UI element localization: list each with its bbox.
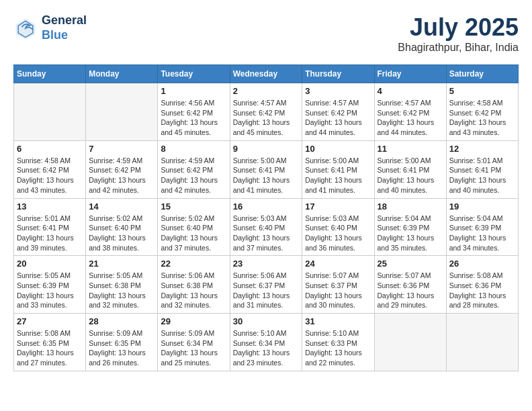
day-number: 31 (305, 316, 371, 326)
calendar-cell: 1Sunrise: 4:56 AM Sunset: 6:42 PM Daylig… (158, 83, 230, 141)
cell-info: Sunrise: 5:04 AM Sunset: 6:39 PM Dayligh… (449, 214, 515, 253)
calendar: SundayMondayTuesdayWednesdayThursdayFrid… (13, 64, 519, 371)
logo-icon (13, 16, 38, 40)
day-number: 17 (305, 201, 371, 212)
logo-line1: General (42, 13, 87, 28)
cell-info: Sunrise: 5:09 AM Sunset: 6:35 PM Dayligh… (89, 328, 154, 368)
day-number: 14 (89, 201, 154, 212)
day-number: 18 (378, 201, 443, 212)
calendar-cell: 22Sunrise: 5:06 AM Sunset: 6:38 PM Dayli… (158, 256, 230, 314)
calendar-cell: 2Sunrise: 4:57 AM Sunset: 6:42 PM Daylig… (230, 83, 302, 141)
cell-info: Sunrise: 5:03 AM Sunset: 6:40 PM Dayligh… (305, 214, 371, 253)
calendar-cell (14, 83, 86, 141)
day-number: 27 (17, 316, 83, 326)
day-number: 19 (449, 201, 515, 212)
cell-info: Sunrise: 5:01 AM Sunset: 6:41 PM Dayligh… (17, 214, 83, 253)
cell-info: Sunrise: 5:00 AM Sunset: 6:41 PM Dayligh… (378, 156, 443, 195)
day-number: 23 (233, 259, 300, 269)
calendar-cell: 19Sunrise: 5:04 AM Sunset: 6:39 PM Dayli… (446, 198, 518, 256)
calendar-cell: 5Sunrise: 4:58 AM Sunset: 6:42 PM Daylig… (446, 83, 518, 141)
day-number: 3 (305, 86, 371, 96)
cell-info: Sunrise: 5:06 AM Sunset: 6:38 PM Dayligh… (161, 271, 226, 310)
calendar-cell: 24Sunrise: 5:07 AM Sunset: 6:37 PM Dayli… (302, 256, 374, 314)
day-number: 15 (161, 201, 226, 212)
calendar-cell: 16Sunrise: 5:03 AM Sunset: 6:40 PM Dayli… (230, 198, 302, 256)
calendar-cell: 10Sunrise: 5:00 AM Sunset: 6:41 PM Dayli… (302, 140, 374, 198)
calendar-cell: 18Sunrise: 5:04 AM Sunset: 6:39 PM Dayli… (374, 198, 446, 256)
logo: General Blue (13, 13, 87, 42)
day-number: 13 (17, 201, 83, 212)
weekday-header: Tuesday (158, 65, 230, 83)
calendar-cell: 8Sunrise: 4:59 AM Sunset: 6:42 PM Daylig… (158, 140, 230, 198)
logo-line2: Blue (42, 28, 87, 43)
day-number: 5 (449, 86, 515, 96)
cell-info: Sunrise: 5:10 AM Sunset: 6:33 PM Dayligh… (305, 328, 371, 368)
cell-info: Sunrise: 5:06 AM Sunset: 6:37 PM Dayligh… (233, 271, 300, 310)
cell-info: Sunrise: 5:00 AM Sunset: 6:41 PM Dayligh… (233, 156, 300, 195)
day-number: 24 (305, 259, 371, 269)
logo-text: General Blue (42, 13, 87, 42)
cell-info: Sunrise: 5:08 AM Sunset: 6:36 PM Dayligh… (449, 271, 515, 310)
cell-info: Sunrise: 5:05 AM Sunset: 6:39 PM Dayligh… (17, 271, 83, 310)
cell-info: Sunrise: 4:57 AM Sunset: 6:42 PM Dayligh… (378, 98, 443, 138)
cell-info: Sunrise: 5:02 AM Sunset: 6:40 PM Dayligh… (89, 214, 154, 253)
weekday-header: Friday (374, 65, 446, 83)
cell-info: Sunrise: 5:01 AM Sunset: 6:41 PM Dayligh… (449, 156, 515, 195)
cell-info: Sunrise: 5:08 AM Sunset: 6:35 PM Dayligh… (17, 328, 83, 368)
cell-info: Sunrise: 4:58 AM Sunset: 6:42 PM Dayligh… (17, 156, 83, 195)
calendar-cell: 28Sunrise: 5:09 AM Sunset: 6:35 PM Dayli… (86, 314, 158, 371)
calendar-cell: 11Sunrise: 5:00 AM Sunset: 6:41 PM Dayli… (374, 140, 446, 198)
calendar-cell: 4Sunrise: 4:57 AM Sunset: 6:42 PM Daylig… (374, 83, 446, 141)
day-number: 8 (161, 144, 226, 154)
title-area: July 2025 Bhagirathpur, Bihar, India (398, 13, 519, 54)
calendar-cell (374, 314, 446, 371)
weekday-header: Wednesday (230, 65, 302, 83)
calendar-week-row: 27Sunrise: 5:08 AM Sunset: 6:35 PM Dayli… (14, 314, 519, 371)
calendar-cell: 14Sunrise: 5:02 AM Sunset: 6:40 PM Dayli… (86, 198, 158, 256)
calendar-cell: 25Sunrise: 5:07 AM Sunset: 6:36 PM Dayli… (374, 256, 446, 314)
day-number: 12 (449, 144, 515, 154)
cell-info: Sunrise: 4:59 AM Sunset: 6:42 PM Dayligh… (161, 156, 226, 195)
day-number: 6 (17, 144, 83, 154)
day-number: 4 (378, 86, 443, 96)
calendar-cell: 6Sunrise: 4:58 AM Sunset: 6:42 PM Daylig… (14, 140, 86, 198)
cell-info: Sunrise: 4:58 AM Sunset: 6:42 PM Dayligh… (449, 98, 515, 138)
day-number: 22 (161, 259, 226, 269)
cell-info: Sunrise: 5:02 AM Sunset: 6:40 PM Dayligh… (161, 214, 226, 253)
calendar-cell: 29Sunrise: 5:09 AM Sunset: 6:34 PM Dayli… (158, 314, 230, 371)
calendar-cell: 9Sunrise: 5:00 AM Sunset: 6:41 PM Daylig… (230, 140, 302, 198)
calendar-cell (86, 83, 158, 141)
day-number: 28 (89, 316, 154, 326)
calendar-cell: 7Sunrise: 4:59 AM Sunset: 6:42 PM Daylig… (86, 140, 158, 198)
calendar-cell: 23Sunrise: 5:06 AM Sunset: 6:37 PM Dayli… (230, 256, 302, 314)
day-number: 29 (161, 316, 226, 326)
header: General Blue July 2025 Bhagirathpur, Bih… (13, 13, 519, 54)
cell-info: Sunrise: 5:04 AM Sunset: 6:39 PM Dayligh… (378, 214, 443, 253)
calendar-week-row: 20Sunrise: 5:05 AM Sunset: 6:39 PM Dayli… (14, 256, 519, 314)
weekday-header: Thursday (302, 65, 374, 83)
day-number: 1 (161, 86, 226, 96)
day-number: 7 (89, 144, 154, 154)
cell-info: Sunrise: 4:59 AM Sunset: 6:42 PM Dayligh… (89, 156, 154, 195)
weekday-header: Monday (86, 65, 158, 83)
day-number: 26 (449, 259, 515, 269)
cell-info: Sunrise: 4:57 AM Sunset: 6:42 PM Dayligh… (305, 98, 371, 138)
cell-info: Sunrise: 4:57 AM Sunset: 6:42 PM Dayligh… (233, 98, 300, 138)
calendar-cell: 26Sunrise: 5:08 AM Sunset: 6:36 PM Dayli… (446, 256, 518, 314)
calendar-cell: 27Sunrise: 5:08 AM Sunset: 6:35 PM Dayli… (14, 314, 86, 371)
day-number: 9 (233, 144, 300, 154)
cell-info: Sunrise: 5:07 AM Sunset: 6:36 PM Dayligh… (378, 271, 443, 310)
calendar-week-row: 13Sunrise: 5:01 AM Sunset: 6:41 PM Dayli… (14, 198, 519, 256)
calendar-week-row: 6Sunrise: 4:58 AM Sunset: 6:42 PM Daylig… (14, 140, 519, 198)
calendar-cell: 13Sunrise: 5:01 AM Sunset: 6:41 PM Dayli… (14, 198, 86, 256)
calendar-cell: 15Sunrise: 5:02 AM Sunset: 6:40 PM Dayli… (158, 198, 230, 256)
calendar-header-row: SundayMondayTuesdayWednesdayThursdayFrid… (14, 65, 519, 83)
calendar-cell: 3Sunrise: 4:57 AM Sunset: 6:42 PM Daylig… (302, 83, 374, 141)
calendar-cell: 31Sunrise: 5:10 AM Sunset: 6:33 PM Dayli… (302, 314, 374, 371)
cell-info: Sunrise: 5:07 AM Sunset: 6:37 PM Dayligh… (305, 271, 371, 310)
calendar-cell: 30Sunrise: 5:10 AM Sunset: 6:34 PM Dayli… (230, 314, 302, 371)
day-number: 16 (233, 201, 300, 212)
day-number: 2 (233, 86, 300, 96)
day-number: 10 (305, 144, 371, 154)
calendar-cell: 20Sunrise: 5:05 AM Sunset: 6:39 PM Dayli… (14, 256, 86, 314)
